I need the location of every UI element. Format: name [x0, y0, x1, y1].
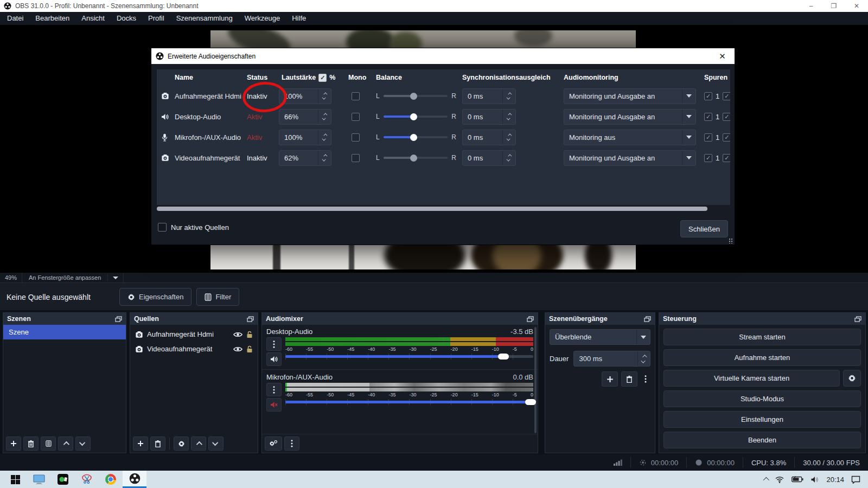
monitoring-select[interactable]: Monitoring aus	[564, 130, 696, 145]
volume-input[interactable]: 100%	[279, 88, 331, 104]
taskbar-monitor-app[interactable]	[27, 471, 51, 488]
scene-up-button[interactable]	[58, 436, 73, 451]
sync-offset-input[interactable]: 0 ms	[462, 150, 516, 166]
mono-checkbox[interactable]	[352, 92, 360, 100]
scene-down-button[interactable]	[75, 436, 91, 451]
source-down-button[interactable]	[208, 436, 224, 451]
balance-slider[interactable]	[384, 133, 448, 141]
track-1-checkbox[interactable]: ✓	[704, 113, 712, 121]
balance-slider[interactable]	[384, 113, 448, 120]
mute-button[interactable]	[266, 352, 282, 366]
menu-datei[interactable]: Datei	[1, 12, 29, 25]
horizontal-scrollbar[interactable]	[157, 207, 730, 211]
notification-icon[interactable]	[851, 476, 860, 484]
clock[interactable]: 20:14	[826, 476, 844, 484]
properties-button[interactable]: Eigenschaften	[119, 288, 192, 306]
dialog-close-button[interactable]: ✕	[710, 48, 735, 64]
slider-handle[interactable]	[410, 155, 417, 162]
remove-transition-button[interactable]	[621, 371, 637, 387]
mixer-scrollbar[interactable]	[534, 327, 537, 433]
minimize-button[interactable]: –	[800, 0, 822, 12]
wifi-icon[interactable]	[775, 476, 784, 483]
add-transition-button[interactable]	[602, 371, 618, 387]
monitoring-select[interactable]: Monitoring und Ausgabe an	[564, 88, 696, 104]
monitoring-select[interactable]: Monitoring und Ausgabe an	[564, 109, 696, 125]
mono-checkbox[interactable]	[352, 133, 360, 142]
track-1-checkbox[interactable]: ✓	[704, 154, 712, 162]
popout-icon[interactable]	[644, 316, 651, 322]
remove-source-button[interactable]	[150, 436, 165, 451]
channel-menu-button[interactable]	[266, 337, 282, 351]
menu-docks[interactable]: Docks	[111, 12, 142, 25]
source-list-item[interactable]: Videoaufnahmegerät	[130, 342, 258, 356]
volume-icon[interactable]	[810, 476, 819, 483]
slider-handle[interactable]	[410, 93, 417, 100]
scene-list-item[interactable]: Szene	[3, 325, 126, 339]
track-2-checkbox[interactable]: ✓	[723, 133, 730, 142]
active-only-toggle[interactable]: Nur aktive Quellen	[158, 223, 229, 232]
transition-select[interactable]: Überblende	[550, 329, 650, 345]
menu-profil[interactable]: Profil	[142, 12, 170, 25]
lock-icon[interactable]	[246, 345, 253, 353]
transition-menu-button[interactable]	[641, 375, 650, 383]
menu-hilfe[interactable]: Hilfe	[286, 12, 312, 25]
source-up-button[interactable]	[191, 436, 206, 451]
menu-szenensammlung[interactable]: Szenensammlung	[170, 12, 239, 25]
menu-bearbeiten[interactable]: Bearbeiten	[29, 12, 75, 25]
start-button[interactable]	[3, 471, 27, 488]
source-list-item[interactable]: Aufnahmegerät Hdmi	[130, 327, 258, 342]
taskbar-obs-active[interactable]	[123, 471, 146, 488]
mono-checkbox[interactable]	[352, 154, 360, 162]
resize-grip[interactable]	[729, 238, 733, 243]
slider-handle[interactable]	[410, 113, 417, 120]
start-streaming-button[interactable]: Stream starten	[663, 329, 861, 345]
popout-icon[interactable]	[527, 316, 534, 322]
eye-icon[interactable]	[233, 331, 242, 338]
advanced-audio-button[interactable]	[265, 436, 282, 451]
eye-icon[interactable]	[233, 346, 242, 352]
volume-slider[interactable]	[285, 353, 533, 359]
track-2-checkbox[interactable]: ✓	[723, 113, 730, 121]
fit-dropdown-button[interactable]	[108, 273, 124, 282]
sync-offset-input[interactable]: 0 ms	[462, 130, 516, 145]
balance-slider[interactable]	[384, 92, 448, 100]
settings-button[interactable]: Einstellungen	[663, 411, 861, 428]
taskbar-chrome[interactable]	[99, 471, 123, 488]
exit-button[interactable]: Beenden	[663, 432, 861, 448]
taskbar-video-app[interactable]	[51, 471, 75, 488]
source-properties-button[interactable]	[174, 436, 189, 451]
slider-handle[interactable]	[525, 399, 536, 405]
start-virtual-camera-button[interactable]: Virtuelle Kamera starten	[663, 370, 840, 387]
track-2-checkbox[interactable]: ✓	[723, 154, 730, 162]
restore-button[interactable]: ❐	[822, 0, 845, 12]
popout-icon[interactable]	[115, 316, 122, 322]
dialog-close-action-button[interactable]: Schließen	[680, 220, 728, 237]
volume-slider[interactable]	[285, 399, 533, 405]
track-1-checkbox[interactable]: ✓	[704, 92, 712, 100]
studio-mode-button[interactable]: Studio-Modus	[663, 390, 861, 407]
duration-spinner[interactable]: 300 ms	[573, 351, 650, 367]
volume-percent-checkbox[interactable]: ✓	[318, 74, 327, 82]
volume-input[interactable]: 66%	[279, 109, 331, 125]
slider-handle[interactable]	[410, 134, 417, 141]
menu-ansicht[interactable]: Ansicht	[75, 12, 111, 25]
slider-handle[interactable]	[498, 354, 509, 359]
popout-icon[interactable]	[854, 316, 861, 322]
menu-werkzeuge[interactable]: Werkzeuge	[239, 12, 286, 25]
sync-offset-input[interactable]: 0 ms	[462, 109, 516, 125]
volume-input[interactable]: 100%	[279, 130, 331, 145]
remove-scene-button[interactable]	[23, 436, 39, 451]
mute-button-muted[interactable]	[266, 398, 282, 412]
virtual-camera-settings-button[interactable]	[843, 370, 861, 387]
volume-input[interactable]: 62%	[279, 150, 331, 166]
filter-button[interactable]: Filter	[196, 288, 239, 306]
track-2-checkbox[interactable]: ✓	[723, 92, 730, 100]
taskbar-snipping-app[interactable]	[75, 471, 99, 488]
active-only-checkbox[interactable]	[158, 223, 167, 232]
mono-checkbox[interactable]	[352, 113, 360, 121]
tray-expand-icon[interactable]	[763, 477, 769, 483]
battery-icon[interactable]	[792, 476, 803, 483]
fit-to-window-label[interactable]: An Fenstergröße anpassen	[22, 274, 108, 281]
scene-filters-button[interactable]	[41, 436, 56, 451]
channel-menu-button[interactable]	[266, 383, 282, 396]
